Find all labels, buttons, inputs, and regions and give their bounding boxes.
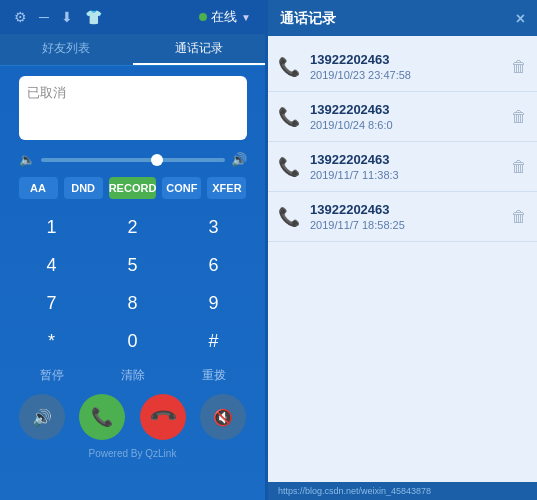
right-header: 通话记录 × <box>268 0 537 36</box>
tabs: 好友列表 通话记录 <box>0 34 265 66</box>
call-info-2: 13922202463 2019/11/7 11:38:3 <box>310 152 501 181</box>
gear-icon[interactable]: ⚙ <box>14 9 27 25</box>
call-incoming-icon-2: 📞 <box>278 156 300 178</box>
download-icon[interactable]: ⬇ <box>61 9 73 25</box>
dial-2[interactable]: 2 <box>100 209 166 245</box>
top-icons: ⚙ ─ ⬇ 👕 <box>14 9 102 25</box>
btn-hangup[interactable]: 📞 <box>140 394 186 440</box>
dial-9[interactable]: 9 <box>181 285 247 321</box>
call-time-0: 2019/10/23 23:47:58 <box>310 69 501 81</box>
close-icon[interactable]: × <box>516 10 525 28</box>
tab-friends[interactable]: 好友列表 <box>0 34 133 65</box>
call-item-1[interactable]: 📞 13922202463 2019/10/24 8:6:0 🗑 <box>268 92 537 142</box>
btn-record[interactable]: RECORD <box>109 177 157 199</box>
volume-high-icon: 🔊 <box>231 152 247 167</box>
delete-icon-1[interactable]: 🗑 <box>511 108 527 126</box>
call-number-1: 13922202463 <box>310 102 501 117</box>
dial-8[interactable]: 8 <box>100 285 166 321</box>
hangup-icon: 📞 <box>147 401 178 432</box>
dialpad-row-4: * 0 # <box>19 323 247 359</box>
action-redial[interactable]: 重拨 <box>181 367 247 384</box>
status-area[interactable]: 在线 ▼ <box>199 8 251 26</box>
right-title: 通话记录 <box>280 10 336 28</box>
call-item-0[interactable]: 📞 13922202463 2019/10/23 23:47:58 🗑 <box>268 42 537 92</box>
btn-xfer[interactable]: XFER <box>207 177 246 199</box>
tab-calllog[interactable]: 通话记录 <box>133 34 266 65</box>
action-pause[interactable]: 暂停 <box>19 367 85 384</box>
btn-speaker[interactable]: 🔊 <box>19 394 65 440</box>
call-info-1: 13922202463 2019/10/24 8:6:0 <box>310 102 501 131</box>
right-footer: https://blog.csdn.net/weixin_45843878 <box>268 482 537 500</box>
footer-url: https://blog.csdn.net/weixin_45843878 <box>278 486 431 496</box>
status-label: 在线 <box>211 8 237 26</box>
status-dot <box>199 13 207 21</box>
btn-mute[interactable]: 🔇 <box>200 394 246 440</box>
left-panel: ⚙ ─ ⬇ 👕 在线 ▼ 好友列表 通话记录 已取消 🔈 🔊 AA DND RE… <box>0 0 265 500</box>
right-panel: 通话记录 × 📞 13922202463 2019/10/23 23:47:58… <box>268 0 537 500</box>
dialpad-row-1: 1 2 3 <box>19 209 247 245</box>
btn-conf[interactable]: CONF <box>162 177 201 199</box>
slider-thumb[interactable] <box>151 154 163 166</box>
dial-3[interactable]: 3 <box>181 209 247 245</box>
speaker-icon: 🔊 <box>32 408 52 427</box>
call-info-3: 13922202463 2019/11/7 18:58:25 <box>310 202 501 231</box>
func-buttons: AA DND RECORD CONF XFER <box>19 177 247 199</box>
btn-dnd[interactable]: DND <box>64 177 103 199</box>
volume-slider[interactable] <box>41 158 225 162</box>
call-item-3[interactable]: 📞 13922202463 2019/11/7 18:58:25 🗑 <box>268 192 537 242</box>
call-incoming-icon-3: 📞 <box>278 206 300 228</box>
call-incoming-icon-1: 📞 <box>278 106 300 128</box>
dial-4[interactable]: 4 <box>19 247 85 283</box>
dialpad: 1 2 3 4 5 6 7 8 9 * 0 # <box>19 209 247 361</box>
call-item-2[interactable]: 📞 13922202463 2019/11/7 11:38:3 🗑 <box>268 142 537 192</box>
bottom-buttons: 🔊 📞 📞 🔇 <box>19 394 247 440</box>
powered-by: Powered By QzLink <box>89 448 177 459</box>
call-time-2: 2019/11/7 11:38:3 <box>310 169 501 181</box>
call-icon: 📞 <box>91 406 113 428</box>
delete-icon-3[interactable]: 🗑 <box>511 208 527 226</box>
call-number-2: 13922202463 <box>310 152 501 167</box>
delete-icon-0[interactable]: 🗑 <box>511 58 527 76</box>
status-arrow: ▼ <box>241 12 251 23</box>
volume-low-icon: 🔈 <box>19 152 35 167</box>
dial-star[interactable]: * <box>19 323 85 359</box>
dial-hash[interactable]: # <box>181 323 247 359</box>
delete-icon-2[interactable]: 🗑 <box>511 158 527 176</box>
dialpad-row-3: 7 8 9 <box>19 285 247 321</box>
dial-0[interactable]: 0 <box>100 323 166 359</box>
call-time-1: 2019/10/24 8:6:0 <box>310 119 501 131</box>
display-area: 已取消 <box>19 76 247 140</box>
call-number-3: 13922202463 <box>310 202 501 217</box>
btn-call[interactable]: 📞 <box>79 394 125 440</box>
dial-5[interactable]: 5 <box>100 247 166 283</box>
mute-icon: 🔇 <box>213 408 233 427</box>
call-incoming-icon-0: 📞 <box>278 56 300 78</box>
action-labels: 暂停 清除 重拨 <box>19 367 247 384</box>
btn-aa[interactable]: AA <box>19 177 58 199</box>
dialpad-row-2: 4 5 6 <box>19 247 247 283</box>
call-time-3: 2019/11/7 18:58:25 <box>310 219 501 231</box>
call-info-0: 13922202463 2019/10/23 23:47:58 <box>310 52 501 81</box>
dial-6[interactable]: 6 <box>181 247 247 283</box>
top-bar: ⚙ ─ ⬇ 👕 在线 ▼ <box>0 0 265 34</box>
call-number-0: 13922202463 <box>310 52 501 67</box>
minus-icon[interactable]: ─ <box>39 9 49 25</box>
action-clear[interactable]: 清除 <box>100 367 166 384</box>
volume-bar: 🔈 🔊 <box>19 152 247 167</box>
call-list: 📞 13922202463 2019/10/23 23:47:58 🗑 📞 13… <box>268 36 537 482</box>
dial-7[interactable]: 7 <box>19 285 85 321</box>
shirt-icon[interactable]: 👕 <box>85 9 102 25</box>
display-text: 已取消 <box>27 85 66 100</box>
dial-1[interactable]: 1 <box>19 209 85 245</box>
